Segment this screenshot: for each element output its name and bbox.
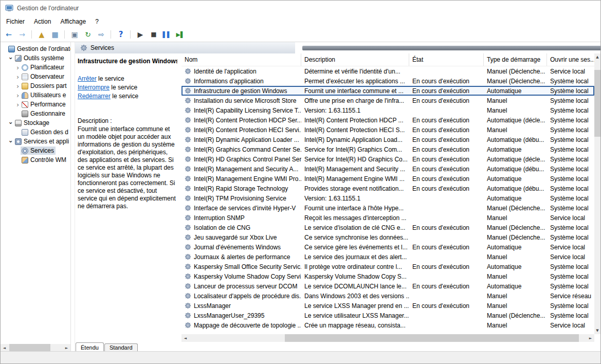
list-vertical-scrollbar[interactable] (594, 53, 600, 334)
horizontal-scroll-thumb[interactable] (285, 334, 579, 342)
service-row[interactable]: Journal d'événements Windows Ce service … (181, 242, 594, 252)
tree-item[interactable]: Stockage (1, 118, 70, 128)
vertical-scroll-thumb[interactable] (594, 70, 600, 137)
view-tab[interactable]: Étendu (76, 342, 104, 352)
column-header[interactable]: Ouvrir une ses... (547, 53, 595, 66)
tree-item[interactable]: Services et appli (1, 137, 70, 146)
service-row[interactable]: Intel(R) Graphics Command Center Se... S… (181, 144, 594, 154)
tree-item[interactable]: Gestionnaire (1, 109, 70, 118)
scroll-down-icon[interactable] (594, 327, 600, 334)
service-description-cell: Intel(R) Management and Security ... (301, 164, 409, 174)
service-state-cell (409, 311, 484, 320)
service-row[interactable]: LxssManager Le service LXSS Manager pren… (181, 301, 594, 311)
back-icon[interactable]: ← (3, 28, 15, 41)
service-row[interactable]: Intel(R) TPM Provisioning Service Versio… (181, 193, 594, 203)
scroll-left-icon[interactable] (181, 334, 189, 342)
pause-service-icon[interactable]: ▌▌ (161, 28, 173, 41)
service-row[interactable]: Intel(R) Dynamic Application Loader ... … (181, 135, 594, 144)
service-row[interactable]: Kaspersky Volume Shadow Copy Servi... Ka… (181, 271, 594, 281)
list-horizontal-scrollbar[interactable] (181, 334, 594, 342)
stop-service-icon[interactable]: ■ (148, 28, 160, 41)
scroll-left-icon[interactable] (1, 344, 8, 352)
tree-item[interactable]: Contrôle WM (1, 155, 70, 165)
refresh-icon[interactable]: ↻ (82, 28, 94, 41)
menu-item[interactable]: Affichage (56, 17, 90, 26)
restart-service-icon[interactable]: ▶▌ (174, 28, 187, 41)
forward-icon[interactable]: → (16, 28, 28, 41)
service-row[interactable]: Intel(R) HD Graphics Control Panel Ser..… (181, 154, 594, 164)
service-action-link[interactable]: Redémarrer (78, 93, 111, 100)
service-row[interactable]: Installation du service Microsoft Store … (181, 96, 594, 105)
tree-item[interactable]: Planificateur (1, 63, 70, 72)
tree-chevron-icon[interactable] (15, 64, 21, 71)
tree-chevron-icon[interactable] (8, 119, 14, 127)
export-list-icon[interactable]: ⇨ (95, 28, 107, 41)
show-hide-console-tree-icon[interactable]: ▦ (49, 28, 61, 41)
service-row[interactable]: Intel(R) Content Protection HDCP Ser... … (181, 115, 594, 125)
menu-item[interactable]: ? (90, 17, 103, 26)
tree-chevron-icon[interactable] (15, 82, 21, 90)
tree-chevron-icon[interactable] (15, 73, 21, 81)
panel-splitter[interactable] (71, 42, 75, 352)
tree-chevron-icon[interactable] (15, 92, 21, 99)
service-action-link[interactable]: Interrompre (78, 84, 110, 91)
service-row[interactable]: Intel(R) Capability Licensing Service T.… (181, 105, 594, 115)
tree-item[interactable]: Services (1, 146, 70, 155)
scroll-right-icon[interactable] (587, 334, 594, 342)
service-row[interactable]: Journaux & alertes de performance Le ser… (181, 252, 594, 262)
service-row[interactable]: Interface de services d'invité Hyper-V F… (181, 203, 594, 213)
column-header[interactable]: État (409, 53, 484, 66)
service-row[interactable]: Intel(R) Management and Security A... In… (181, 164, 594, 174)
menu-item[interactable]: Action (29, 17, 56, 26)
service-action-link[interactable]: Arrêter (78, 75, 97, 82)
service-row[interactable]: Mappage de découverte de topologie ... C… (181, 320, 594, 330)
properties-icon[interactable]: ▣ (68, 28, 81, 41)
service-name-cell: Interface de services d'invité Hyper-V (181, 203, 301, 213)
tree-item[interactable]: Gestion de l'ordinate (1, 44, 70, 53)
tree-item[interactable]: Performance (1, 100, 70, 109)
list-hscroll-track[interactable] (189, 334, 587, 342)
service-row[interactable]: Intel(R) Management Engine WMI Pro... In… (181, 174, 594, 184)
service-startup-type-cell: Automatique (484, 86, 547, 96)
tree-item-body: Outils système (14, 54, 66, 62)
service-row[interactable]: Isolation de clé CNG Le service d'isolat… (181, 223, 594, 232)
column-header[interactable]: Description (301, 53, 409, 66)
service-row[interactable]: Intel(R) Content Protection HECI Servi..… (181, 125, 594, 135)
tree-scroll-track[interactable] (8, 344, 63, 352)
tree-item[interactable]: Utilisateurs e (1, 90, 70, 100)
scroll-right-icon[interactable] (63, 344, 70, 352)
column-header[interactable]: Type de démarrage (484, 53, 547, 66)
service-state-cell: En cours d'exécution (409, 125, 484, 135)
service-row[interactable]: Identité de l'application Détermine et v… (181, 66, 594, 76)
service-row[interactable]: Localisateur d'appels de procédure dis..… (181, 291, 594, 301)
tree-chevron-icon[interactable] (8, 54, 14, 62)
tree-chevron-icon[interactable] (8, 138, 14, 145)
service-name: Infrastructure de gestion Windows (194, 87, 287, 95)
tree-item[interactable]: Dossiers part (1, 81, 70, 90)
toolbar-glyph: ▣ (71, 31, 78, 38)
service-row[interactable]: Intel(R) Rapid Storage Technology Provid… (181, 184, 594, 193)
list-vscroll-track[interactable] (594, 61, 600, 327)
tree-horizontal-scrollbar[interactable] (1, 344, 70, 352)
menu-item[interactable]: Fichier (2, 17, 29, 26)
service-row[interactable]: Infrastructure de gestion Windows Fourni… (181, 86, 594, 96)
scroll-up-icon[interactable] (594, 53, 600, 61)
service-row[interactable]: Lanceur de processus serveur DCOM Le ser… (181, 281, 594, 291)
pane-header-title-area: Services (75, 42, 295, 53)
help-icon[interactable]: ? (115, 28, 127, 41)
service-name: Installation du service Microsoft Store (194, 97, 296, 104)
tree-item[interactable]: Observateur (1, 72, 70, 81)
tree-chevron-icon[interactable] (15, 101, 21, 108)
up-one-level-icon[interactable]: ▲ (35, 28, 48, 41)
start-service-icon[interactable]: ▶ (134, 28, 147, 41)
service-row[interactable]: Kaspersky Small Office Security Servic..… (181, 262, 594, 271)
tree-item[interactable]: Gestion des d (1, 128, 70, 137)
service-row[interactable]: Jeu sauvegardé sur Xbox Live Ce service … (181, 232, 594, 242)
service-row[interactable]: Interruption SNMP Reçoit les messages d'… (181, 213, 594, 223)
view-tab[interactable]: Standard (104, 343, 138, 352)
tree-scroll-thumb[interactable] (9, 344, 50, 352)
service-row[interactable]: Informations d'application Permet d'exéc… (181, 76, 594, 86)
column-header[interactable]: Nom (181, 53, 301, 66)
tree-item[interactable]: Outils système (1, 53, 70, 63)
service-row[interactable]: LxssManagerUser_29395 Le service utilisa… (181, 311, 594, 320)
